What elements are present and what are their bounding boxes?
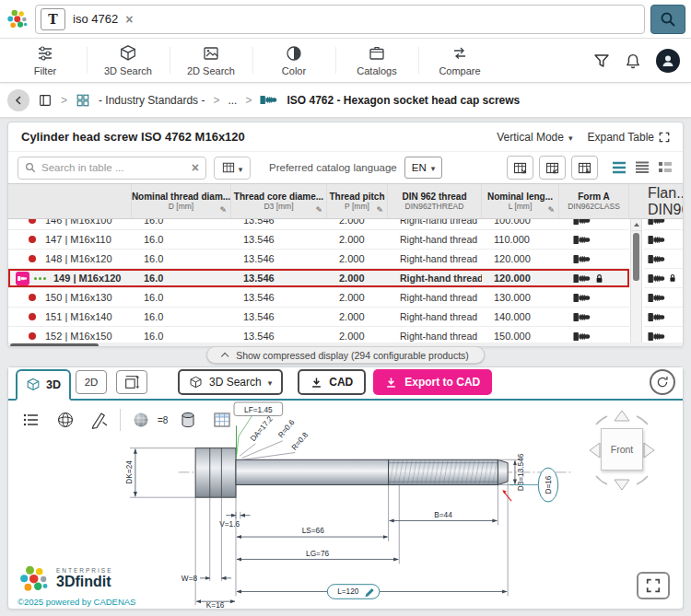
export-to-cad-button[interactable]: Export to CAD — [373, 369, 492, 395]
cell-thread[interactable]: Right-hand thread — [388, 308, 482, 326]
cell-p[interactable]: 2.000 — [327, 288, 388, 307]
scrollbar-thumb[interactable] — [633, 233, 639, 281]
tessellation-quality-button[interactable] — [127, 406, 155, 434]
view-cube-front-face[interactable]: Front — [601, 428, 643, 471]
clear-search-icon[interactable] — [125, 11, 133, 28]
cell-d[interactable]: 16.0 — [132, 219, 231, 229]
cell-l[interactable]: 150.000 — [482, 327, 559, 343]
view-medium-icon[interactable] — [634, 160, 650, 175]
bell-icon[interactable] — [625, 52, 641, 69]
scroll-up-button[interactable] — [631, 219, 641, 231]
cell-row-id[interactable]: 150 | M16x130 — [8, 288, 132, 307]
cell-p[interactable]: 2.000 — [327, 219, 388, 229]
cell-flange[interactable] — [644, 250, 683, 269]
cell-d[interactable]: 16.0 — [132, 308, 231, 326]
table-row-selected[interactable]: 149 | M16x120 16.0 13.546 2.000 Right-ha… — [8, 269, 629, 288]
reset-view-button[interactable] — [650, 369, 675, 395]
header-col-flange[interactable]: Flan...DIN962 — [644, 184, 683, 219]
rotate-up-arrow[interactable] — [615, 411, 629, 421]
cell-row-id[interactable]: 151 | M16x140 — [8, 308, 132, 326]
wireframe-button[interactable] — [52, 406, 79, 434]
table-row[interactable]: 146 | M16x100 16.0 13.546 2.000 Right-ha… — [8, 219, 629, 230]
cell-form[interactable] — [559, 269, 629, 287]
cell-d3[interactable]: 13.546 — [231, 219, 327, 229]
breadcrumb-ellipsis[interactable]: ... — [228, 94, 237, 107]
fit-to-screen-button[interactable] — [637, 572, 670, 599]
user-avatar[interactable] — [656, 49, 680, 73]
table-search-box[interactable] — [18, 157, 206, 180]
cell-l[interactable]: 120.000 — [482, 250, 559, 268]
export-table-button[interactable] — [507, 156, 533, 180]
drag-dots-icon[interactable] — [34, 277, 46, 280]
viewer-canvas[interactable]: =8 — [8, 401, 683, 609]
cell-form[interactable] — [559, 250, 629, 268]
cell-p[interactable]: 2.000 — [327, 308, 388, 326]
cell-thread[interactable]: Right-hand thread — [388, 250, 482, 268]
cell-d[interactable]: 16.0 — [132, 327, 231, 343]
dim-l-editable[interactable]: L=120 — [337, 587, 359, 596]
cell-form[interactable] — [559, 327, 629, 343]
cell-row-id[interactable]: 149 | M16x120 — [8, 269, 132, 287]
cell-l[interactable]: 120.000 — [482, 269, 559, 287]
cell-thread[interactable]: Right-hand thread — [388, 288, 482, 307]
column-picker-button[interactable] — [214, 157, 251, 180]
grid-settings-button[interactable] — [208, 406, 236, 434]
toolbar-filter[interactable]: Filter — [4, 39, 87, 82]
cad-download-button[interactable]: CAD — [298, 369, 366, 395]
cell-row-id[interactable]: 146 | M16x100 — [8, 219, 132, 229]
view-detailed-icon[interactable] — [657, 160, 673, 175]
cell-p[interactable]: 2.000 — [327, 230, 388, 249]
table-row[interactable]: 151 | M16x140 16.0 13.546 2.000 Right-ha… — [8, 308, 629, 327]
vertical-mode-dropdown[interactable]: Vertical Mode — [497, 131, 572, 144]
cell-flange[interactable] — [644, 308, 683, 327]
table-row[interactable]: 150 | M16x130 16.0 13.546 2.000 Right-ha… — [8, 288, 629, 308]
cell-form[interactable] — [559, 288, 629, 307]
header-col-form[interactable]: Form ADIN962CLASS — [559, 184, 629, 218]
view-cube[interactable]: Front — [583, 408, 661, 493]
toolbar-3d-search[interactable]: 3D Search — [87, 39, 170, 82]
app-logo-icon[interactable] — [6, 7, 29, 31]
header-col-d[interactable]: Nominal thread diam...D [mm] — [132, 184, 231, 218]
view-compact-icon[interactable] — [611, 160, 627, 175]
cell-p[interactable]: 2.000 — [327, 327, 388, 343]
edit-icon[interactable] — [547, 200, 555, 216]
panel-icon[interactable] — [38, 93, 53, 108]
tab-3d[interactable]: 3D — [16, 369, 71, 401]
cell-d[interactable]: 16.0 — [132, 230, 231, 249]
cell-flange[interactable] — [644, 219, 683, 230]
clear-table-search-icon[interactable] — [192, 159, 199, 176]
cell-p[interactable]: 2.000 — [327, 269, 388, 287]
tab-2d[interactable]: 2D — [76, 370, 107, 394]
breadcrumb-industry-standards[interactable]: - Industry Standards - — [99, 94, 205, 107]
cell-flange[interactable] — [644, 327, 683, 343]
compressed-display-toggle[interactable]: Show compressed display (294 configurabl… — [206, 346, 485, 364]
header-col-l[interactable]: Nominal leng...L [mm] — [482, 184, 559, 218]
cell-form[interactable] — [559, 308, 629, 326]
cell-d[interactable]: 16.0 — [132, 269, 231, 287]
export-selection-button[interactable] — [571, 156, 598, 180]
text-search-icon[interactable] — [41, 8, 65, 30]
table-row[interactable]: 148 | M16x120 16.0 13.546 2.000 Right-ha… — [8, 250, 629, 269]
header-col-p[interactable]: Thread pitchP [mm] — [327, 184, 388, 218]
table-row[interactable]: 147 | M16x110 16.0 13.546 2.000 Right-ha… — [8, 230, 629, 250]
edit-icon[interactable] — [219, 200, 227, 216]
rotate-left-arrow[interactable] — [590, 443, 600, 458]
cell-thread[interactable]: Right-hand thread — [388, 219, 482, 229]
cell-l[interactable]: 130.000 — [482, 288, 559, 307]
cell-d[interactable]: 16.0 — [132, 250, 231, 268]
cell-d3[interactable]: 13.546 — [231, 327, 327, 343]
rotate-cw-arrow[interactable] — [637, 416, 648, 424]
funnel-icon[interactable] — [593, 52, 610, 69]
rotate-right-arrow[interactable] — [644, 443, 654, 458]
expand-table-button[interactable]: Expand Table — [587, 131, 670, 144]
cell-l[interactable]: 100.000 — [482, 219, 559, 229]
scrollbar-thumb[interactable] — [10, 343, 99, 347]
cell-flange[interactable] — [644, 288, 683, 308]
table-vertical-scrollbar[interactable] — [630, 219, 642, 343]
cell-row-id[interactable]: 148 | M16x120 — [8, 250, 132, 268]
toolbar-color[interactable]: Color — [252, 39, 335, 82]
cell-l[interactable]: 110.000 — [482, 230, 559, 249]
edit-icon[interactable] — [315, 200, 322, 216]
cell-row-id[interactable]: 152 | M16x150 — [8, 327, 132, 343]
cell-form[interactable] — [559, 219, 629, 229]
